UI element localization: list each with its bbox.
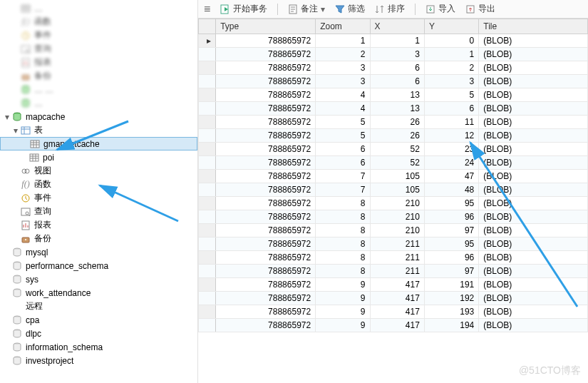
col-tile[interactable]: Tile (479, 19, 588, 34)
tree-blurred-1[interactable]: f()函数 (0, 15, 197, 29)
table-row[interactable]: 7888659729417194(BLOB) (199, 319, 588, 332)
table-row[interactable]: 788865972821095(BLOB) (199, 197, 588, 210)
table-row[interactable]: 788865972821196(BLOB) (199, 251, 588, 265)
db-icon (20, 98, 31, 109)
svg-rect-11 (31, 141, 39, 148)
table-row[interactable]: 788865972821097(BLOB) (199, 224, 588, 238)
table-row[interactable]: 788865972710548(BLOB) (199, 183, 588, 197)
data-grid[interactable]: TypeZoomXYTile▸788865972110(BLOB)7888659… (198, 19, 588, 383)
tree-db-dlpc[interactable]: dlpc (0, 327, 197, 340)
row-indicator (199, 88, 216, 102)
row-indicator (199, 292, 216, 305)
row-indicator (199, 170, 216, 183)
table-row[interactable]: 7888659729417193(BLOB) (199, 305, 588, 319)
table-icon (29, 138, 41, 150)
start-transaction-button[interactable]: 开始事务 (220, 3, 267, 15)
table-row[interactable]: 788865972821096(BLOB) (199, 210, 588, 224)
row-indicator (199, 156, 216, 170)
tree-blurred-5[interactable]: 备份 (0, 69, 197, 83)
dbgrey-icon (11, 315, 23, 326)
row-indicator (199, 183, 216, 197)
report-icon (20, 220, 31, 231)
db-icon (11, 111, 23, 123)
col-type[interactable]: Type (216, 19, 316, 34)
row-indicator (199, 224, 216, 238)
fx-icon: f() (20, 179, 31, 190)
row-indicator (199, 197, 216, 210)
tables-icon (20, 125, 31, 136)
col-zoom[interactable]: Zoom (316, 19, 370, 34)
table-row[interactable]: 7888659724136(BLOB) (199, 102, 588, 116)
query-icon (20, 44, 31, 55)
row-indicator (199, 129, 216, 143)
tree-reports[interactable]: 报表 (0, 218, 197, 232)
tree-views[interactable]: 视图 (0, 164, 197, 178)
tree-blurred-6[interactable]: … … (0, 83, 197, 96)
tree-functions[interactable]: f()函数 (0, 178, 197, 191)
tree-db-invest[interactable]: investproject (0, 354, 197, 367)
filter-button[interactable]: 筛选 (335, 3, 365, 15)
watermark: @51CTO博客 (519, 364, 581, 377)
table-row[interactable]: 78886597252612(BLOB) (199, 129, 588, 143)
tree-table-poi[interactable]: poi (0, 150, 197, 164)
table-row[interactable]: 7888659724135(BLOB) (199, 88, 588, 102)
dbgrey-icon (11, 355, 23, 367)
dbgrey-icon (11, 287, 23, 299)
table-row[interactable]: 788865972821195(BLOB) (199, 238, 588, 251)
table-row[interactable]: 788865972710547(BLOB) (199, 170, 588, 183)
table-row[interactable]: 788865972363(BLOB) (199, 75, 588, 88)
col-x[interactable]: X (370, 19, 424, 34)
table-row[interactable]: 78886597265223(BLOB) (199, 143, 588, 156)
table-row[interactable]: 78886597252611(BLOB) (199, 116, 588, 129)
row-indicator (199, 48, 216, 61)
tree-blurred-0[interactable]: … (0, 1, 197, 15)
tree-backups[interactable]: 备份 (0, 232, 197, 245)
svg-point-6 (25, 76, 26, 78)
report-icon (20, 57, 31, 68)
export-button[interactable]: 导出 (465, 3, 495, 15)
backup-icon (20, 233, 31, 245)
tree-blurred-3[interactable]: 查询 (0, 42, 197, 56)
sort-button[interactable]: 排序 (375, 3, 405, 15)
tree-db-perf[interactable]: performance_schema (0, 259, 197, 272)
table-row[interactable]: 788865972362(BLOB) (199, 61, 588, 75)
tree-queries[interactable]: 查询 (0, 205, 197, 218)
import-button[interactable]: 导入 (425, 3, 455, 15)
row-indicator (199, 143, 216, 156)
event-icon (20, 193, 31, 204)
tree-db-info[interactable]: information_schema (0, 340, 197, 354)
db-icon (20, 84, 31, 96)
row-indicator (199, 116, 216, 129)
col-y[interactable]: Y (424, 19, 478, 34)
tree-tables[interactable]: ▾表 (0, 123, 197, 137)
tree-db-mapcache[interactable]: ▾mapcache (0, 110, 197, 123)
menu-icon[interactable]: ≡ (204, 3, 210, 16)
view-icon (20, 165, 31, 177)
row-header (199, 19, 216, 34)
tree-blurred-4[interactable]: 报表 (0, 56, 197, 69)
svg-point-14 (25, 169, 29, 173)
tree-db-cpa[interactable]: cpa (0, 313, 197, 327)
tree-db-mysql[interactable]: mysql (0, 245, 197, 259)
row-indicator (199, 61, 216, 75)
table-row[interactable]: 788865972821197(BLOB) (199, 265, 588, 278)
table-row[interactable]: 7888659729417192(BLOB) (199, 292, 588, 305)
event-icon (20, 30, 31, 41)
dbgrey-icon (11, 274, 23, 285)
tree-blurred-2[interactable]: 事件 (0, 29, 197, 42)
table-row[interactable]: ▸788865972110(BLOB) (199, 34, 588, 48)
note-button[interactable]: 备注 ▾ (288, 3, 325, 15)
tree-db-work[interactable]: work_attendance (0, 286, 197, 300)
table-icon (20, 3, 31, 14)
svg-point-20 (25, 239, 26, 240)
row-indicator: ▸ (199, 34, 216, 48)
tree-db-sys[interactable]: sys (0, 272, 197, 286)
table-row[interactable]: 78886597265224(BLOB) (199, 156, 588, 170)
table-row[interactable]: 788865972231(BLOB) (199, 48, 588, 61)
main-panel: ≡ 开始事务 备注 ▾ 筛选 排序 导入 导出 TypeZoomXYTile▸7… (198, 0, 588, 383)
tree-events[interactable]: 事件 (0, 191, 197, 205)
tree-blurred-7[interactable]: … (0, 96, 197, 110)
table-row[interactable]: 7888659729417191(BLOB) (199, 278, 588, 292)
tree-table-gmapnetcache[interactable]: gmapnetcache (0, 137, 197, 150)
tree-remote-label[interactable]: 远程 (0, 300, 197, 313)
